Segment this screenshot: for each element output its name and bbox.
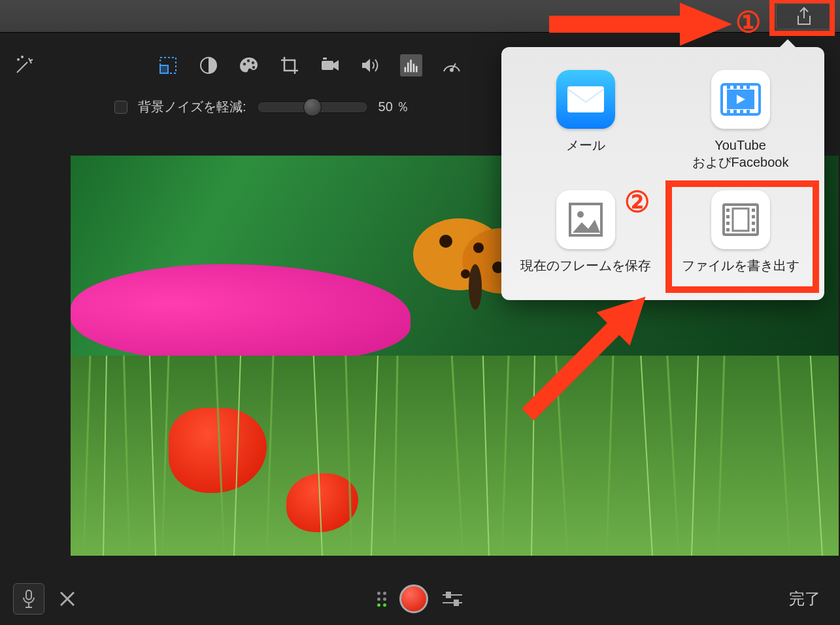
svg-line-27 (123, 356, 129, 556)
done-button[interactable]: 完了 (789, 588, 820, 609)
svg-line-45 (482, 356, 489, 556)
slider-thumb[interactable] (303, 98, 322, 116)
record-controls (377, 584, 463, 613)
svg-point-24 (461, 269, 470, 279)
noise-label: 背景ノイズを軽減: (138, 98, 246, 116)
svg-point-21 (439, 235, 452, 248)
image-frame-icon (556, 190, 615, 249)
svg-rect-55 (733, 86, 737, 89)
svg-line-48 (692, 356, 698, 556)
svg-point-63 (577, 211, 584, 218)
cancel-icon[interactable] (58, 589, 77, 609)
annotation-highlight-export (665, 180, 819, 293)
svg-point-9 (252, 61, 254, 64)
svg-line-42 (234, 356, 241, 556)
svg-rect-58 (727, 110, 730, 113)
noise-value: 50 ％ (378, 98, 410, 116)
preview-grass (71, 356, 839, 556)
annotation-arrow-2 (497, 268, 673, 445)
svg-line-33 (450, 356, 463, 556)
svg-rect-0 (549, 16, 683, 33)
video-site-icon (711, 70, 770, 129)
svg-rect-15 (410, 59, 412, 72)
level-adjust-icon[interactable] (441, 590, 463, 607)
share-youtube-label: YouTube およびFacebook (692, 137, 789, 171)
svg-rect-78 (446, 592, 450, 598)
svg-rect-54 (727, 86, 730, 89)
drag-handle-icon[interactable] (377, 592, 386, 607)
svg-rect-14 (407, 63, 409, 73)
svg-point-22 (473, 243, 484, 253)
share-mail[interactable]: メール (514, 70, 656, 171)
noise-checkbox[interactable] (114, 101, 127, 114)
share-mail-label: メール (566, 137, 605, 154)
annotation-number-1: ① (735, 5, 761, 39)
mail-icon (556, 70, 615, 129)
svg-rect-61 (747, 110, 750, 113)
selection-tool-icon[interactable] (157, 54, 179, 76)
svg-line-44 (371, 356, 378, 556)
annotation-number-2: ② (624, 185, 650, 218)
equalizer-tool-icon[interactable] (400, 54, 422, 76)
svg-line-32 (394, 356, 397, 556)
svg-rect-13 (405, 67, 407, 73)
svg-rect-16 (413, 63, 415, 72)
crop-tool-icon[interactable] (278, 54, 301, 76)
noise-slider[interactable] (257, 101, 368, 113)
annotation-arrow-1 (549, 3, 732, 46)
svg-rect-5 (160, 65, 168, 73)
svg-rect-57 (747, 86, 750, 89)
svg-line-43 (312, 356, 322, 556)
speed-tool-icon[interactable] (441, 54, 463, 76)
annotation-highlight-share (769, 0, 835, 36)
svg-point-7 (243, 63, 246, 65)
svg-line-26 (84, 356, 90, 556)
svg-marker-1 (680, 3, 732, 46)
svg-point-2 (18, 59, 19, 60)
svg-rect-12 (323, 58, 327, 59)
svg-line-30 (267, 356, 273, 556)
svg-rect-17 (416, 66, 418, 73)
svg-line-49 (809, 356, 822, 556)
svg-line-31 (345, 356, 352, 556)
camera-tool-icon[interactable] (319, 54, 341, 76)
svg-line-41 (149, 356, 156, 556)
svg-line-39 (777, 356, 790, 556)
svg-rect-60 (740, 110, 743, 113)
svg-line-28 (162, 356, 169, 556)
svg-rect-11 (322, 61, 333, 70)
contrast-tool-icon[interactable] (197, 54, 220, 76)
volume-tool-icon[interactable] (360, 54, 382, 76)
color-palette-icon[interactable] (238, 54, 260, 76)
svg-rect-56 (740, 86, 743, 89)
footer-bar: 完了 (0, 573, 840, 625)
share-youtube-facebook[interactable]: YouTube およびFacebook (669, 70, 811, 171)
svg-rect-76 (26, 590, 31, 600)
magic-wand-icon[interactable] (13, 54, 39, 76)
svg-point-3 (22, 56, 23, 58)
microphone-button[interactable] (13, 583, 44, 615)
svg-line-40 (103, 356, 107, 556)
preview-flower (71, 264, 411, 362)
svg-rect-50 (567, 86, 604, 112)
svg-point-8 (247, 59, 250, 62)
svg-line-38 (718, 356, 724, 556)
svg-point-10 (252, 66, 255, 69)
svg-point-25 (469, 264, 482, 310)
record-button[interactable] (399, 584, 428, 613)
svg-rect-74 (522, 321, 622, 421)
svg-line-29 (214, 356, 224, 556)
svg-rect-59 (733, 110, 737, 113)
svg-rect-80 (454, 600, 458, 605)
